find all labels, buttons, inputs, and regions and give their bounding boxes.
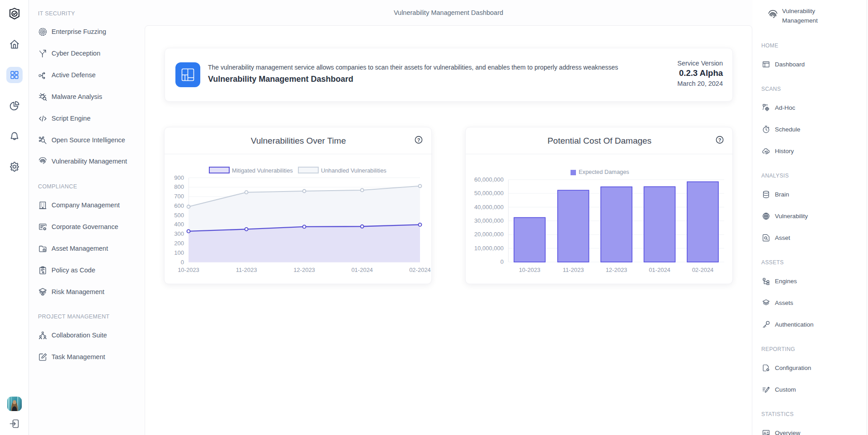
- svg-text:Expected Damages: Expected Damages: [579, 168, 629, 175]
- svg-text:700: 700: [174, 193, 184, 200]
- svg-text:12-2023: 12-2023: [606, 267, 627, 273]
- svg-text:01-2024: 01-2024: [649, 267, 670, 273]
- svg-text:900: 900: [174, 174, 184, 181]
- svg-text:10-2023: 10-2023: [178, 267, 199, 273]
- svg-text:02-2024: 02-2024: [692, 267, 714, 273]
- svg-text:01-2024: 01-2024: [351, 267, 373, 273]
- svg-text:100: 100: [174, 249, 184, 256]
- svg-text:400: 400: [174, 221, 184, 228]
- svg-text:50,000,000: 50,000,000: [474, 190, 504, 196]
- svg-text:12-2023: 12-2023: [293, 267, 315, 273]
- svg-text:Unhandled Vulnerabilities: Unhandled Vulnerabilities: [321, 167, 387, 174]
- svg-text:0: 0: [500, 258, 504, 265]
- svg-text:200: 200: [174, 240, 184, 247]
- svg-text:Potential Cost Of Damages: Potential Cost Of Damages: [547, 136, 651, 145]
- svg-text:10-2023: 10-2023: [519, 267, 541, 273]
- svg-text:11-2023: 11-2023: [563, 267, 584, 273]
- svg-text:0: 0: [181, 259, 184, 266]
- svg-text:10,000,000: 10,000,000: [474, 245, 504, 252]
- svg-text:02-2024: 02-2024: [409, 267, 431, 273]
- svg-text:500: 500: [174, 212, 184, 219]
- svg-text:40,000,000: 40,000,000: [474, 204, 504, 210]
- svg-text:?: ?: [718, 137, 722, 143]
- svg-text:Vulnerabilities Over Time: Vulnerabilities Over Time: [251, 136, 346, 145]
- svg-text:600: 600: [174, 202, 184, 209]
- svg-text:Mitigated Vulnerabilities: Mitigated Vulnerabilities: [232, 167, 293, 174]
- svg-text:60,000,000: 60,000,000: [474, 176, 504, 183]
- svg-text:11-2023: 11-2023: [236, 267, 257, 273]
- svg-text:800: 800: [174, 183, 184, 190]
- svg-text:30,000,000: 30,000,000: [474, 217, 504, 224]
- svg-text:20,000,000: 20,000,000: [474, 231, 504, 238]
- svg-text:?: ?: [417, 137, 420, 143]
- svg-text:300: 300: [174, 230, 184, 237]
